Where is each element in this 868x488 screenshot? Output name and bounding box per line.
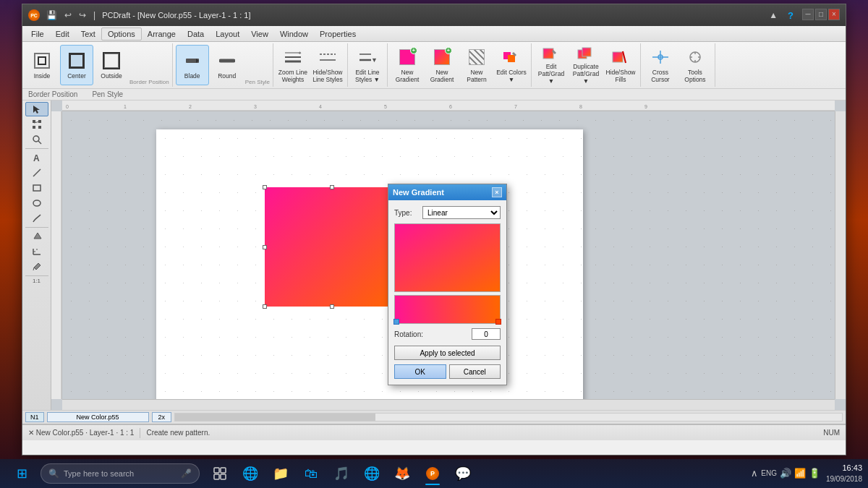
new-gradient-btn[interactable]: + NewGradient	[425, 45, 459, 85]
cancel-btn[interactable]: Cancel	[449, 364, 501, 379]
scale-indicator[interactable]: 1:1	[33, 278, 41, 284]
menu-window[interactable]: Window	[274, 28, 314, 40]
tools-options-btn[interactable]: ToolsOptions	[678, 45, 712, 85]
save-icon[interactable]: 💾	[44, 9, 59, 21]
svg-point-32	[33, 136, 39, 142]
filename-label: New Color.p55	[77, 414, 119, 421]
menu-view[interactable]: View	[245, 28, 274, 40]
help-btn[interactable]: ▲	[765, 9, 782, 22]
new-color-btn[interactable]: + New Gradient	[391, 45, 424, 85]
edge-btn[interactable]: 🌐	[236, 461, 265, 487]
menu-text[interactable]: Text	[75, 28, 101, 40]
round-icon	[217, 51, 237, 71]
ok-btn[interactable]: OK	[394, 364, 446, 379]
gradient-handle-right[interactable]	[495, 319, 501, 325]
rect-tool-btn[interactable]	[25, 181, 48, 195]
line-tool-btn[interactable]	[25, 166, 48, 180]
firefox-btn[interactable]: 🦊	[388, 461, 417, 487]
menu-properties[interactable]: Properties	[314, 28, 362, 40]
volume-icon[interactable]: 🔊	[780, 468, 791, 479]
hide-show-fills-btn[interactable]: Hide/ShowFills	[604, 45, 637, 85]
cross-cursor-btn[interactable]: CrossCursor	[644, 45, 677, 85]
text-tool-btn[interactable]: A	[25, 150, 48, 165]
handle-ml[interactable]	[263, 245, 267, 249]
browser2-btn[interactable]: 🌐	[357, 461, 386, 487]
handle-tl[interactable]	[263, 185, 267, 189]
zoom-tab[interactable]: 2x	[152, 412, 172, 422]
edit-patt-grad-icon	[541, 46, 561, 61]
help-icon[interactable]: ?	[783, 9, 798, 22]
music-btn[interactable]: 🎵	[327, 461, 356, 487]
menu-file[interactable]: File	[25, 28, 50, 40]
svg-rect-17	[613, 52, 623, 62]
task-view-btn[interactable]	[205, 461, 234, 487]
eyedrop-btn[interactable]	[25, 260, 48, 274]
scroll-right[interactable]	[835, 111, 846, 399]
scroll-bottom[interactable]	[62, 399, 835, 410]
ellipse-tool-btn[interactable]	[25, 196, 48, 210]
layer-tab[interactable]: N1	[25, 412, 44, 422]
scrollbar[interactable]	[174, 413, 843, 421]
zoom-line-weights-btn[interactable]: + Zoom LineWeights	[276, 45, 310, 85]
hide-show-line-styles-btn[interactable]: Hide/ShowLine Styles	[311, 45, 344, 85]
scrollbar-thumb[interactable]	[175, 414, 375, 421]
language-icon[interactable]: ENG	[761, 469, 777, 477]
edit-colors-btn[interactable]: Edit Colors▼	[495, 45, 528, 85]
maximize-btn[interactable]: □	[815, 9, 827, 20]
handle-bl[interactable]	[263, 304, 267, 309]
pen-tool-btn[interactable]	[25, 211, 48, 226]
pcdraft-btn[interactable]: P	[418, 461, 447, 487]
dialog-close-btn[interactable]: ×	[492, 187, 502, 197]
new-color-label: New Gradient	[391, 69, 423, 83]
close-btn[interactable]: ×	[828, 9, 840, 20]
tab-bar: N1 New Color.p55 2x	[22, 410, 846, 424]
edit-line-styles-btn[interactable]: ▼ Edit LineStyles ▼	[351, 45, 384, 85]
node-tool-btn[interactable]	[25, 117, 48, 132]
start-button[interactable]: ⊞	[6, 462, 38, 485]
minimize-btn[interactable]: ─	[802, 9, 814, 20]
blade-label: Blade	[184, 72, 200, 80]
wifi-icon[interactable]: 📶	[794, 468, 806, 479]
center-btn[interactable]: Center	[60, 45, 93, 85]
handle-tm[interactable]	[330, 185, 334, 189]
type-select[interactable]: Linear Radial Conical	[422, 206, 501, 219]
redo-icon[interactable]: ↪	[77, 9, 88, 21]
skype-btn[interactable]: 💬	[448, 461, 477, 487]
menu-options[interactable]: Options	[101, 27, 142, 40]
battery-icon[interactable]: 🔋	[809, 468, 820, 479]
gradient-handle-left[interactable]	[393, 319, 399, 325]
blade-btn[interactable]: Blade	[176, 45, 209, 85]
round-btn[interactable]: Round	[210, 45, 244, 85]
measure-tool-btn[interactable]	[25, 244, 48, 259]
fill-tool-btn[interactable]	[25, 229, 48, 244]
undo-icon[interactable]: ↩	[62, 9, 74, 21]
separator: |	[91, 9, 98, 21]
taskbar-time[interactable]: 16:43 19/09/2018	[826, 463, 862, 484]
edit-patt-grad-btn[interactable]: EditPatt/Grad ▼	[535, 45, 568, 85]
up-arrow-icon[interactable]: ∧	[751, 468, 758, 479]
taskbar-search-box[interactable]: 🔍 Type here to search 🎤	[41, 463, 200, 484]
rotation-input[interactable]	[472, 328, 501, 340]
inside-btn[interactable]: Inside	[25, 45, 59, 85]
menu-edit[interactable]: Edit	[50, 28, 75, 40]
explorer-btn[interactable]: 📁	[266, 461, 295, 487]
title-bar-left: PC 💾 ↩ ↪ | PCDraft - [New Color.p55 - La…	[28, 9, 251, 21]
zoom-tool-btn[interactable]	[25, 132, 48, 147]
menu-arrange[interactable]: Arrange	[142, 28, 182, 40]
menu-layout[interactable]: Layout	[210, 28, 245, 40]
rotation-row: Rotation:	[394, 328, 501, 340]
handle-bm[interactable]	[330, 304, 334, 309]
menu-data[interactable]: Data	[182, 28, 210, 40]
pen-style-info: Pen Style	[92, 90, 123, 98]
store-btn[interactable]: 🛍	[297, 461, 326, 487]
outside-btn[interactable]: Outside	[95, 45, 128, 85]
music-icon: 🎵	[333, 466, 349, 481]
select-tool-btn[interactable]	[25, 102, 48, 116]
apply-to-selected-btn[interactable]: Apply to selected	[394, 346, 501, 360]
new-pattern-btn[interactable]: New Pattern	[460, 45, 493, 85]
edit-colors-label: Edit Colors▼	[496, 69, 527, 83]
cross-cursor-label: CrossCursor	[651, 69, 670, 83]
gradient-rect[interactable]	[265, 187, 399, 307]
duplicate-patt-grad-btn[interactable]: DuplicatePatt/Grad ▼	[569, 45, 603, 85]
filename-tab[interactable]: New Color.p55	[47, 412, 149, 422]
